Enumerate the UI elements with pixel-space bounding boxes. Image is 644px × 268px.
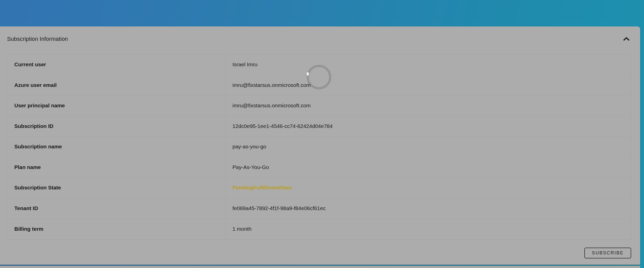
subscription-info-panel: Subscription Information Current user Is… xyxy=(0,26,640,265)
table-row: Subscription ID 12dc0e95-1ee1-4546-cc74-… xyxy=(7,116,631,137)
row-label: Tenant ID xyxy=(7,198,226,219)
row-value: 1 month xyxy=(226,219,631,239)
row-value: Pay-As-You-Go xyxy=(226,157,631,178)
row-label: Billing term xyxy=(7,219,226,239)
table-row: Subscription name pay-as-you-go xyxy=(7,137,631,157)
next-collapsed-panel-edge[interactable] xyxy=(0,266,640,268)
row-value: 12dc0e95-1ee1-4546-cc74-62424d04e784 xyxy=(226,116,631,137)
row-label: Current user xyxy=(7,54,226,75)
table-row: Plan name Pay-As-You-Go xyxy=(7,157,631,178)
row-value: imru@fixstarsus.onmicrosoft.com xyxy=(226,95,631,116)
row-value: fe069a45-7892-4f1f-98a9-f84e06cf61ec xyxy=(226,198,631,219)
subscription-landing-page: { "page": { "colors": { "banner_blue": "… xyxy=(0,0,644,268)
row-label: User principal name xyxy=(7,95,226,116)
table-row: Tenant ID fe069a45-7892-4f1f-98a9-f84e06… xyxy=(7,198,631,219)
subscription-state-badge: PendingFulfillmentStart xyxy=(226,178,631,198)
row-label: Subscription name xyxy=(7,137,226,157)
subscribe-button[interactable]: SUBSCRIBE xyxy=(584,248,631,258)
row-label: Subscription ID xyxy=(7,116,226,137)
table-row: Billing term 1 month xyxy=(7,219,631,239)
row-value: pay-as-you-go xyxy=(226,137,631,157)
panel-title: Subscription Information xyxy=(7,36,623,42)
panel-header[interactable]: Subscription Information xyxy=(0,26,640,52)
table-row: Current user Israel Imru xyxy=(7,54,631,75)
row-label: Azure user email xyxy=(7,75,226,95)
row-value: Israel Imru xyxy=(226,54,631,75)
row-label: Plan name xyxy=(7,157,226,178)
table-row: User principal name imru@fixstarsus.onmi… xyxy=(7,95,631,116)
table-row: Azure user email imru@fixstarsus.onmicro… xyxy=(7,75,631,96)
row-label: Subscription State xyxy=(7,178,226,198)
chevron-up-icon[interactable] xyxy=(623,37,630,41)
subscription-info-table: Current user Israel Imru Azure user emai… xyxy=(7,54,631,240)
table-row: Subscription State PendingFulfillmentSta… xyxy=(7,178,631,198)
row-value: imru@fixstarsus.onmicrosoft.com xyxy=(226,75,631,95)
